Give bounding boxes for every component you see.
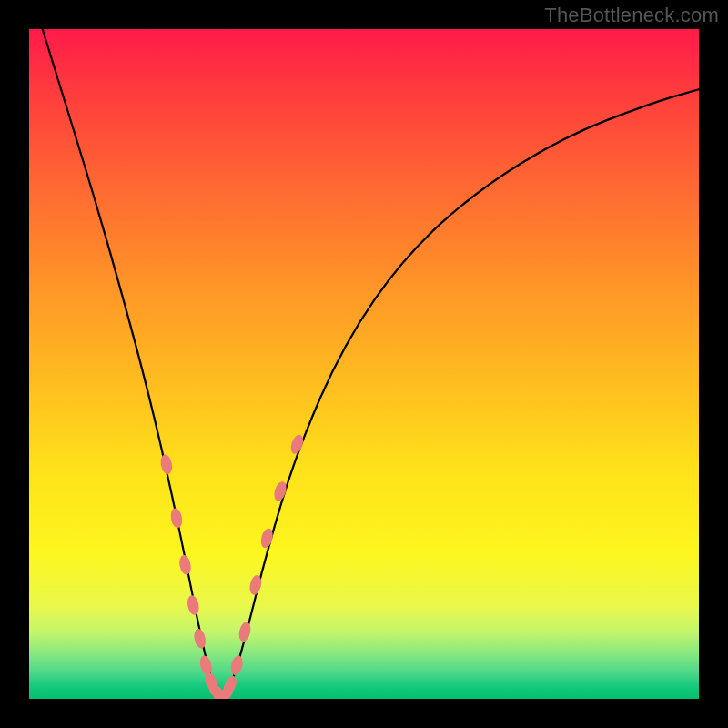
highlight-dot	[186, 594, 200, 616]
highlight-dot	[288, 433, 306, 456]
curve-layer	[29, 29, 699, 699]
highlight-dot	[159, 453, 174, 475]
highlight-dot	[228, 654, 244, 676]
watermark-text: TheBottleneck.com	[544, 4, 719, 27]
highlight-dots	[159, 433, 306, 699]
highlight-dot	[198, 654, 214, 676]
highlight-dot	[238, 621, 253, 642]
bottleneck-curve	[43, 29, 699, 695]
highlight-dot	[178, 554, 193, 576]
plot-area	[29, 29, 699, 699]
chart-frame: TheBottleneck.com	[0, 0, 728, 728]
highlight-dot	[193, 628, 207, 650]
highlight-dot	[169, 507, 184, 529]
